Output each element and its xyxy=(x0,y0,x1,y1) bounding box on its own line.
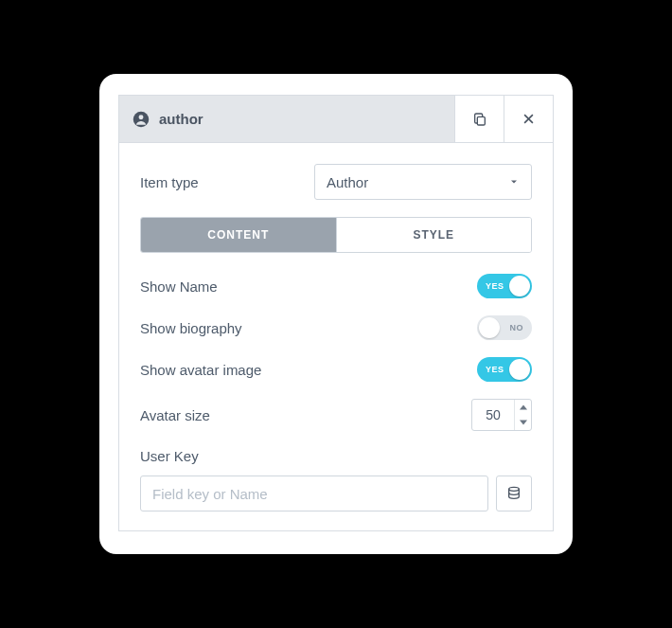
show-avatar-row: Show avatar image YES xyxy=(140,357,532,382)
toggle-text: NO xyxy=(502,323,533,332)
user-key-picker-button[interactable] xyxy=(496,475,532,511)
tab-content[interactable]: CONTENT xyxy=(141,218,336,252)
avatar-size-row: Avatar size 50 xyxy=(140,399,532,431)
user-key-input-group xyxy=(140,475,532,511)
stepper-down[interactable] xyxy=(515,415,531,430)
avatar-size-stepper[interactable]: 50 xyxy=(471,399,532,431)
panel-title: author xyxy=(159,111,203,127)
panel-header: author xyxy=(119,96,553,143)
item-type-select[interactable]: Author xyxy=(314,164,532,200)
svg-rect-2 xyxy=(477,117,485,125)
toggle-knob xyxy=(509,276,530,296)
tab-group: CONTENT STYLE xyxy=(140,217,532,253)
toggle-knob xyxy=(509,359,530,380)
tab-content-label: CONTENT xyxy=(207,228,269,242)
show-name-toggle[interactable]: YES xyxy=(477,274,532,298)
toggle-knob xyxy=(479,317,500,338)
stepper-up[interactable] xyxy=(515,400,531,415)
close-icon xyxy=(522,112,536,126)
svg-point-1 xyxy=(139,115,144,119)
settings-panel: author xyxy=(99,74,573,554)
show-biography-toggle[interactable]: NO xyxy=(477,315,532,340)
database-icon xyxy=(506,486,522,501)
svg-point-5 xyxy=(509,487,520,491)
show-biography-label: Show biography xyxy=(140,320,242,336)
user-key-label: User Key xyxy=(140,448,532,464)
avatar-size-value: 50 xyxy=(472,407,514,422)
show-biography-row: Show biography NO xyxy=(140,315,532,340)
panel-body: Item type Author CONTENT STYLE xyxy=(119,143,553,530)
avatar-size-label: Avatar size xyxy=(140,407,210,423)
show-name-row: Show Name YES xyxy=(140,274,532,298)
close-button[interactable] xyxy=(504,96,553,142)
duplicate-button[interactable] xyxy=(454,96,504,142)
tab-style[interactable]: STYLE xyxy=(336,218,532,252)
show-avatar-toggle[interactable]: YES xyxy=(477,357,532,382)
show-avatar-label: Show avatar image xyxy=(140,362,261,378)
header-title-area: author xyxy=(119,96,454,142)
chevron-up-icon xyxy=(520,404,527,410)
user-key-input[interactable] xyxy=(140,475,488,511)
tab-style-label: STYLE xyxy=(413,228,454,242)
copy-icon xyxy=(472,112,487,127)
item-type-value: Author xyxy=(327,174,368,190)
toggle-text: YES xyxy=(477,281,513,291)
user-icon xyxy=(133,111,150,128)
stepper-buttons xyxy=(514,400,531,430)
item-type-label: Item type xyxy=(140,174,199,190)
show-name-label: Show Name xyxy=(140,278,218,295)
panel-inner: author xyxy=(118,95,554,531)
item-type-row: Item type Author xyxy=(140,164,532,200)
toggle-text: YES xyxy=(477,365,513,374)
chevron-down-icon xyxy=(520,420,527,425)
caret-down-icon xyxy=(508,176,520,188)
